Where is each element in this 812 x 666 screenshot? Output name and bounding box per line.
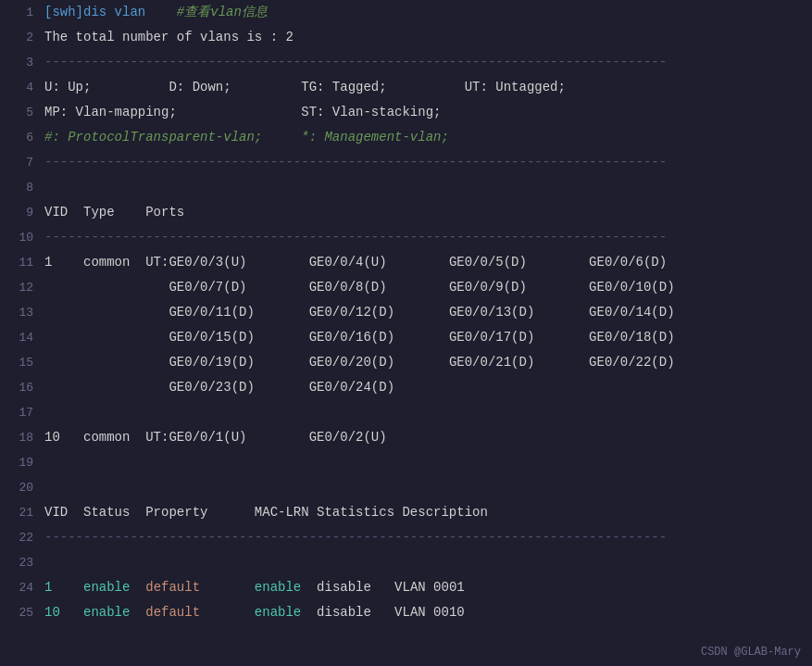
line-number: 13 xyxy=(7,300,33,325)
text-segment: VLAN 0010 xyxy=(394,605,465,620)
line-number: 17 xyxy=(7,400,33,425)
line-number: 20 xyxy=(7,475,33,500)
terminal: 1[swh]dis vlan #查看vlan信息2The total numbe… xyxy=(0,0,812,666)
terminal-line: 10--------------------------------------… xyxy=(0,225,812,250)
terminal-line: 4U: Up; D: Down; TG: Tagged; UT: Untagge… xyxy=(0,75,812,100)
terminal-line: 20 xyxy=(0,475,812,500)
line-number: 25 xyxy=(7,600,33,625)
terminal-line: 12 GE0/0/7(D) GE0/0/8(D) GE0/0/9(D) GE0/… xyxy=(0,275,812,300)
line-content: 10 common UT:GE0/0/1(U) GE0/0/2(U) xyxy=(44,425,805,450)
line-number: 6 xyxy=(7,125,33,150)
text-segment: VLAN 0001 xyxy=(394,580,465,595)
terminal-line: 21VID Status Property MAC-LRN Statistics… xyxy=(0,500,812,525)
terminal-line: 13 GE0/0/11(D) GE0/0/12(D) GE0/0/13(D) G… xyxy=(0,300,812,325)
text-segment: GE0/0/8(D) xyxy=(278,280,418,295)
terminal-line: 6#: ProtocolTransparent-vlan; *: Managem… xyxy=(0,125,812,150)
terminal-line: 241 enable default enable disable VLAN 0… xyxy=(0,575,812,600)
text-segment: ----------------------------------------… xyxy=(44,230,667,245)
text-segment: GE0/0/7(D) xyxy=(44,280,278,295)
text-segment: ----------------------------------------… xyxy=(44,155,667,170)
text-segment: 1 xyxy=(44,580,83,595)
text-segment: GE0/0/19(D) xyxy=(44,355,278,370)
line-number: 4 xyxy=(7,75,33,100)
line-content: MP: Vlan-mapping; ST: Vlan-stacking; xyxy=(44,100,805,125)
line-content: #: ProtocolTransparent-vlan; *: Manageme… xyxy=(44,125,805,150)
text-segment: default xyxy=(145,605,255,620)
line-content: GE0/0/11(D) GE0/0/12(D) GE0/0/13(D) GE0/… xyxy=(44,300,805,325)
text-segment: GE0/0/18(D) xyxy=(558,330,675,345)
text-segment: GE0/0/23(D) xyxy=(44,380,278,395)
watermark: CSDN @GLAB-Mary xyxy=(701,646,801,659)
line-number: 19 xyxy=(7,450,33,475)
terminal-line: 7---------------------------------------… xyxy=(0,150,812,175)
text-segment: enable xyxy=(255,605,317,620)
text-segment: GE0/0/4(U) xyxy=(278,255,418,270)
line-number: 5 xyxy=(7,100,33,125)
text-segment: 10 common UT:GE0/0/1(U) xyxy=(44,430,278,445)
line-content: VID Status Property MAC-LRN Statistics D… xyxy=(44,500,805,525)
terminal-line: 14 GE0/0/15(D) GE0/0/16(D) GE0/0/17(D) G… xyxy=(0,325,812,350)
text-segment: MP: Vlan-mapping; ST: Vlan-stacking; xyxy=(44,105,441,119)
terminal-line: 17 xyxy=(0,400,812,425)
line-content: [swh]dis vlan #查看vlan信息 xyxy=(44,0,805,25)
terminal-line: 1[swh]dis vlan #查看vlan信息 xyxy=(0,0,812,25)
line-number: 12 xyxy=(7,275,33,300)
line-number: 9 xyxy=(7,200,33,225)
line-number: 14 xyxy=(7,325,33,350)
text-segment: GE0/0/5(D) xyxy=(418,255,557,270)
terminal-line: 23 xyxy=(0,550,812,575)
line-content: 10 enable default enable disable VLAN 00… xyxy=(44,600,805,625)
line-content: GE0/0/19(D) GE0/0/20(D) GE0/0/21(D) GE0/… xyxy=(44,350,805,375)
text-segment: GE0/0/20(D) xyxy=(278,355,418,370)
terminal-line: 22--------------------------------------… xyxy=(0,525,812,550)
line-number: 1 xyxy=(7,0,33,25)
line-number: 22 xyxy=(7,525,33,550)
terminal-line: 16 GE0/0/23(D) GE0/0/24(D) xyxy=(0,375,812,400)
text-segment: VID Status Property MAC-LRN Statistics D… xyxy=(44,505,488,520)
line-content: GE0/0/15(D) GE0/0/16(D) GE0/0/17(D) GE0/… xyxy=(44,325,805,350)
line-content: ----------------------------------------… xyxy=(44,50,805,75)
line-number: 18 xyxy=(7,425,33,450)
line-content: ----------------------------------------… xyxy=(44,150,805,175)
line-number: 16 xyxy=(7,375,33,400)
line-content: GE0/0/23(D) GE0/0/24(D) xyxy=(44,375,805,400)
text-segment: 1 common UT:GE0/0/3(U) xyxy=(44,255,278,270)
text-segment: GE0/0/12(D) xyxy=(278,305,418,320)
text-segment: [swh]dis vlan xyxy=(44,5,145,19)
line-number: 8 xyxy=(7,175,33,200)
line-content: 1 common UT:GE0/0/3(U) GE0/0/4(U) GE0/0/… xyxy=(44,250,805,275)
text-segment: GE0/0/6(D) xyxy=(558,255,668,270)
line-number: 10 xyxy=(7,225,33,250)
text-segment: GE0/0/13(D) xyxy=(418,305,557,320)
terminal-line: 2The total number of vlans is : 2 xyxy=(0,25,812,50)
text-segment: GE0/0/14(D) xyxy=(558,305,675,320)
terminal-line: 8 xyxy=(0,175,812,200)
terminal-line: 19 xyxy=(0,450,812,475)
text-segment: #: ProtocolTransparent-vlan; *: Manageme… xyxy=(44,130,449,145)
line-number: 15 xyxy=(7,350,33,375)
text-segment: enable xyxy=(83,605,145,620)
line-number: 2 xyxy=(7,25,33,50)
line-content: The total number of vlans is : 2 xyxy=(44,25,805,50)
line-number: 11 xyxy=(7,250,33,275)
text-segment: GE0/0/15(D) xyxy=(44,330,278,345)
text-segment xyxy=(145,5,177,19)
line-content: 1 enable default enable disable VLAN 000… xyxy=(44,575,805,600)
terminal-line: 15 GE0/0/19(D) GE0/0/20(D) GE0/0/21(D) G… xyxy=(0,350,812,375)
text-segment: enable xyxy=(83,580,145,595)
line-number: 23 xyxy=(7,550,33,575)
text-segment: The total number of vlans is : 2 xyxy=(44,30,294,44)
line-number: 21 xyxy=(7,500,33,525)
text-segment: GE0/0/9(D) xyxy=(418,280,557,295)
text-segment: U: Up; D: Down; TG: Tagged; UT: Untagged… xyxy=(44,80,566,94)
text-segment: default xyxy=(145,580,255,595)
line-number: 3 xyxy=(7,50,33,75)
text-segment: GE0/0/11(D) xyxy=(44,305,278,320)
text-segment: GE0/0/22(D) xyxy=(558,355,675,370)
text-segment: disable xyxy=(317,580,394,595)
line-content: GE0/0/7(D) GE0/0/8(D) GE0/0/9(D) GE0/0/1… xyxy=(44,275,805,300)
text-segment: GE0/0/21(D) xyxy=(418,355,557,370)
terminal-line: 111 common UT:GE0/0/3(U) GE0/0/4(U) GE0/… xyxy=(0,250,812,275)
text-segment: GE0/0/16(D) xyxy=(278,330,418,345)
terminal-line: 1810 common UT:GE0/0/1(U) GE0/0/2(U) xyxy=(0,425,812,450)
